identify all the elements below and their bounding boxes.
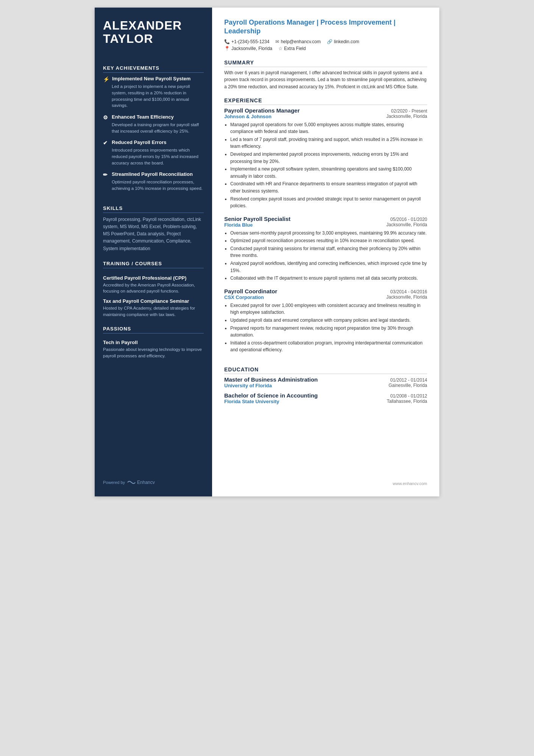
course-desc: Hosted by CPA Academy, detailed strategi… (103, 305, 204, 318)
skills-section-title: SKILLS (103, 205, 204, 213)
phone-icon: 📞 (224, 39, 230, 44)
passions-section-title: PASSIONS (103, 326, 204, 333)
achievement-desc: Introduced process improvements which re… (103, 147, 204, 166)
exp-header: Payroll Coordinator 03/2014 - 04/2016 (224, 288, 427, 294)
exp-company: Florida Blue (224, 222, 253, 228)
sidebar-footer: Powered by Enhancv (103, 472, 204, 485)
phone-text: +1-(234)-555-1234 (231, 39, 269, 44)
exp-date: 03/2014 - 04/2016 (390, 289, 427, 294)
edu-school: University of Florida (224, 383, 272, 388)
exp-location: Jacksonville, Florida (386, 222, 427, 228)
achievement-icon: ⚡ (103, 76, 109, 82)
edu-header: Master of Business Administration 01/201… (224, 376, 427, 383)
achievement-title: Implemented New Payroll System (112, 76, 190, 81)
contact-extra: ☆ Extra Field (278, 46, 306, 51)
education-title: EDUCATION (224, 366, 427, 374)
edu-school: Florida State University (224, 399, 279, 404)
achievement-icon: ✔ (103, 140, 109, 146)
achievement-item: ✏ Streamlined Payroll Reconciliation Opt… (103, 171, 204, 191)
experience-item: Payroll Coordinator 03/2014 - 04/2016 CS… (224, 288, 427, 354)
main-content: Payroll Operations Manager | Process Imp… (212, 8, 439, 496)
bullet-item: Analyzed payroll workflows, identifying … (230, 260, 427, 274)
achievement-item: ✔ Reduced Payroll Errors Introduced proc… (103, 139, 204, 166)
sidebar: ALEXANDER TAYLOR KEY ACHIEVEMENTS ⚡ Impl… (95, 8, 212, 496)
achievement-title: Streamlined Payroll Reconciliation (112, 171, 193, 177)
exp-bullets: Managed payroll operations for over 5,00… (224, 121, 427, 210)
exp-bullets: Executed payroll for over 1,000 employee… (224, 302, 427, 354)
passion-title: Tech in Payroll (103, 340, 204, 345)
bullet-item: Resolved complex payroll issues and prov… (230, 196, 427, 210)
summary-text: With over 6 years in payroll management,… (224, 69, 427, 91)
achievements-list: ⚡ Implemented New Payroll System Led a p… (103, 76, 204, 197)
location-icon: 📍 (224, 46, 230, 51)
bullet-item: Led a team of 7 payroll staff, providing… (230, 136, 427, 150)
achievement-item: ⚡ Implemented New Payroll System Led a p… (103, 76, 204, 109)
contact-email: ✉ help@enhancv.com (275, 39, 320, 44)
course-title: Certified Payroll Professional (CPP) (103, 275, 204, 281)
edu-date: 01/2012 - 01/2014 (390, 377, 427, 383)
edu-degree: Master of Business Administration (224, 376, 318, 383)
edu-row2: University of Florida Gainesville, Flori… (224, 383, 427, 388)
exp-company-row: Florida Blue Jacksonville, Florida (224, 222, 427, 228)
achievement-desc: Developed a training program for payroll… (103, 122, 204, 134)
name-line2: TAYLOR (103, 32, 153, 45)
experience-list: Payroll Operations Manager 02/2020 - Pre… (224, 107, 427, 360)
education-item: Bachelor of Science in Accounting 01/200… (224, 392, 427, 404)
contact-linkedin: 🔗 linkedin.com (327, 39, 359, 44)
passions-list: Tech in Payroll Passionate about leverag… (103, 337, 204, 359)
bullet-item: Coordinated with HR and Finance departme… (230, 180, 427, 194)
course-item: Certified Payroll Professional (CPP) Acc… (103, 275, 204, 294)
achievement-header: ✔ Reduced Payroll Errors (103, 139, 204, 146)
bullet-item: Conducted payroll training sessions for … (230, 245, 427, 259)
edu-degree: Bachelor of Science in Accounting (224, 392, 318, 399)
powered-by-label: Powered by (103, 480, 125, 485)
course-title: Tax and Payroll Compliance Seminar (103, 298, 204, 304)
exp-title: Senior Payroll Specialist (224, 216, 290, 222)
achievement-desc: Optimized payroll reconciliation process… (103, 179, 204, 191)
achievement-icon: ⚙ (103, 114, 109, 121)
experience-item: Senior Payroll Specialist 05/2016 - 01/2… (224, 216, 427, 282)
star-icon: ☆ (278, 46, 283, 51)
contact-phone: 📞 +1-(234)-555-1234 (224, 39, 269, 44)
edu-date: 01/2008 - 01/2012 (390, 393, 427, 399)
contact-location: 📍 Jacksonville, Florida (224, 46, 272, 51)
main-footer: www.enhancv.com (224, 475, 427, 486)
edu-row2: Florida State University Tallahassee, Fl… (224, 399, 427, 404)
exp-bullets: Oversaw semi-monthly payroll processing … (224, 230, 427, 282)
experience-title: EXPERIENCE (224, 97, 427, 105)
achievement-title: Reduced Payroll Errors (112, 139, 167, 145)
bullet-item: Executed payroll for over 1,000 employee… (230, 302, 427, 316)
bullet-item: Initiated a cross-department collaborati… (230, 340, 427, 354)
course-item: Tax and Payroll Compliance Seminar Hoste… (103, 298, 204, 318)
bullet-item: Optimized payroll reconciliation process… (230, 237, 427, 244)
exp-title: Payroll Operations Manager (224, 107, 300, 114)
summary-title: SUMMARY (224, 59, 427, 67)
resume-container: ALEXANDER TAYLOR KEY ACHIEVEMENTS ⚡ Impl… (95, 8, 439, 496)
edu-location: Gainesville, Florida (389, 383, 427, 388)
achievement-header: ⚡ Implemented New Payroll System (103, 76, 204, 82)
passion-item: Tech in Payroll Passionate about leverag… (103, 340, 204, 359)
achievement-desc: Led a project to implement a new payroll… (103, 83, 204, 109)
edu-location: Tallahassee, Florida (387, 399, 427, 404)
exp-title: Payroll Coordinator (224, 288, 277, 294)
exp-date: 05/2016 - 01/2020 (390, 217, 427, 222)
edu-header: Bachelor of Science in Accounting 01/200… (224, 392, 427, 399)
education-list: Master of Business Administration 01/201… (224, 376, 427, 408)
location-text: Jacksonville, Florida (231, 46, 272, 51)
brand-logo: Enhancv (127, 480, 155, 485)
courses-list: Certified Payroll Professional (CPP) Acc… (103, 271, 204, 318)
email-text: help@enhancv.com (281, 39, 320, 44)
exp-header: Senior Payroll Specialist 05/2016 - 01/2… (224, 216, 427, 222)
bullet-item: Developed and implemented payroll proces… (230, 151, 427, 165)
education-item: Master of Business Administration 01/201… (224, 376, 427, 388)
contact-row-2: 📍 Jacksonville, Florida ☆ Extra Field (224, 46, 427, 51)
achievements-section-title: KEY ACHIEVEMENTS (103, 65, 204, 73)
experience-item: Payroll Operations Manager 02/2020 - Pre… (224, 107, 427, 210)
passion-desc: Passionate about leveraging technology t… (103, 346, 204, 359)
bullet-item: Oversaw semi-monthly payroll processing … (230, 230, 427, 237)
exp-company: CSX Corporation (224, 294, 264, 300)
exp-location: Jacksonville, Florida (386, 114, 427, 119)
exp-company-row: CSX Corporation Jacksonville, Florida (224, 294, 427, 300)
extra-text: Extra Field (284, 46, 306, 51)
exp-date: 02/2020 - Present (391, 108, 427, 114)
